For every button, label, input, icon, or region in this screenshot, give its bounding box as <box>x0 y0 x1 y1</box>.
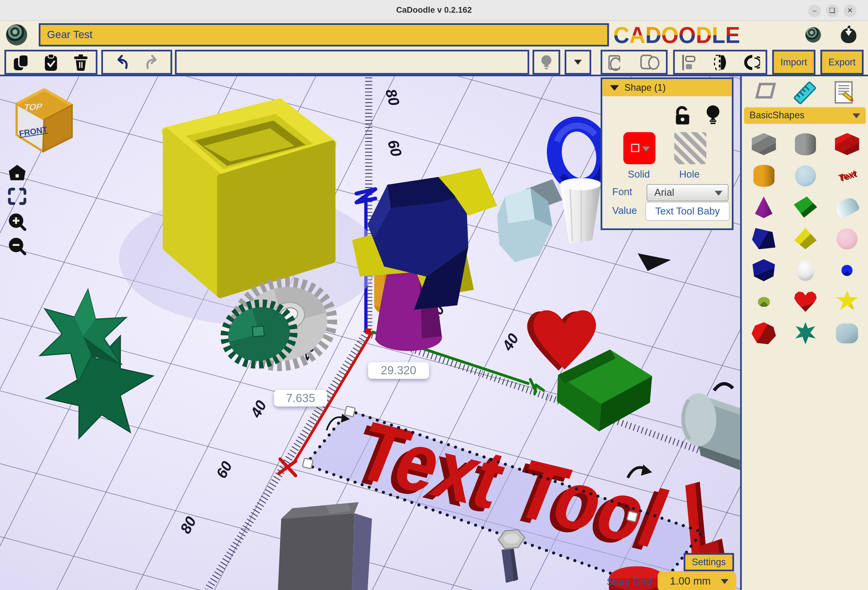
redo-button[interactable] <box>143 52 164 73</box>
fit-view-button[interactable] <box>8 187 27 206</box>
viewport-3d[interactable]: 20 40 60 80 20 40 60 80 <box>0 76 740 590</box>
logo-letter: O <box>679 25 696 46</box>
shape-thumb-polyhedron[interactable] <box>752 322 776 344</box>
arrange-tools <box>673 50 768 75</box>
download-icon[interactable] <box>840 25 857 43</box>
settings-button[interactable]: Settings <box>683 553 734 571</box>
minimize-button[interactable]: – <box>808 4 821 17</box>
shape-thumb-orange-cylinder[interactable] <box>753 165 774 187</box>
window-title: CaDoodle v 0.2.162 <box>0 5 868 14</box>
collapse-icon <box>610 85 619 90</box>
shape-thumb-egg[interactable] <box>797 260 814 281</box>
shape-thumb-box[interactable] <box>752 133 776 155</box>
shape-thumb-heart[interactable] <box>793 291 818 313</box>
shape-thumb-pyramid[interactable] <box>793 228 818 250</box>
shape-thumb-hex-prism[interactable] <box>752 259 776 281</box>
shape-thumb-round-cube[interactable] <box>836 323 858 343</box>
workplane-icon[interactable] <box>754 81 776 103</box>
notes-icon[interactable] <box>833 81 855 104</box>
hole-label: Hole <box>679 169 700 180</box>
shape-thumb-torus[interactable] <box>841 265 853 276</box>
solid-color-swatch[interactable] <box>623 132 655 164</box>
group-button[interactable] <box>608 52 629 73</box>
shape-category-dropdown[interactable]: BasicShapes <box>744 107 866 124</box>
logo-letter: E <box>725 25 740 46</box>
snap-grid-label: Snap Grid <box>607 577 651 588</box>
group-tools <box>601 50 667 75</box>
app-avatar-icon[interactable] <box>6 24 27 45</box>
copy-button[interactable] <box>10 52 31 73</box>
light-group <box>533 50 560 75</box>
restore-button[interactable]: ❏ <box>826 4 838 17</box>
font-dropdown[interactable]: Arial <box>647 184 729 202</box>
shape-grid: Text <box>743 128 868 349</box>
toolbar-spacer-box <box>175 50 529 75</box>
shape-panel-title: Shape (1) <box>624 82 666 93</box>
shape-thumb-sphere[interactable] <box>795 165 816 186</box>
zoom-out-button[interactable] <box>8 237 27 255</box>
globe-icon[interactable] <box>805 27 821 43</box>
zoom-in-button[interactable] <box>8 212 27 231</box>
solid-swatch-square-icon <box>631 144 639 152</box>
solid-label: Solid <box>628 169 650 180</box>
shape-thumb-pink-sphere[interactable] <box>837 228 858 249</box>
snap-grid-value: 1.00 mm <box>670 575 711 587</box>
logo-letter: C <box>613 25 629 46</box>
shape-thumb-text[interactable]: Text <box>835 165 859 187</box>
rotate-copy-button[interactable] <box>740 52 761 73</box>
shape-thumb-jack[interactable] <box>793 322 818 344</box>
chevron-down-icon <box>721 579 729 584</box>
nav-cube-top-label: TOP <box>23 102 43 113</box>
home-view-button[interactable] <box>8 164 27 182</box>
logo-letter: D <box>696 25 712 46</box>
snap-grid-dropdown[interactable]: 1.00 mm <box>657 571 736 590</box>
cadoodle-logo: CADOODLE <box>613 24 740 45</box>
undo-button[interactable] <box>109 52 130 73</box>
logo-letter: A <box>629 25 645 46</box>
logo-letter: O <box>661 25 679 46</box>
mirror-button[interactable] <box>710 52 731 73</box>
view-options-dropdown[interactable] <box>564 50 591 75</box>
logo-letter: L <box>712 25 725 46</box>
text-value-input[interactable] <box>645 202 729 221</box>
ruler-icon[interactable] <box>793 81 817 105</box>
shape-thumb-star[interactable] <box>835 291 859 313</box>
shape-thumb-tube[interactable] <box>758 297 770 307</box>
shape-category-label: BasicShapes <box>750 110 805 121</box>
hole-swatch[interactable] <box>674 132 706 164</box>
delete-button[interactable] <box>70 52 91 73</box>
shape-thumb-red-box[interactable] <box>835 133 859 155</box>
dimension-label-secondary[interactable]: 7.635 <box>274 390 327 407</box>
export-button[interactable]: Export <box>821 50 864 75</box>
origin-marker <box>365 328 371 334</box>
history-group <box>101 50 172 75</box>
object-gray-box[interactable] <box>278 502 372 590</box>
align-button[interactable] <box>679 52 700 73</box>
topbar: CADOODLE <box>0 21 868 49</box>
design-name-input[interactable] <box>39 23 609 47</box>
selection-handle <box>627 511 638 522</box>
dimension-label-primary[interactable]: 29.320 <box>368 362 429 379</box>
lightbulb-icon[interactable] <box>536 52 557 73</box>
shape-thumb-wedge[interactable] <box>752 228 776 250</box>
close-button[interactable]: ✕ <box>844 4 856 17</box>
import-button[interactable]: Import <box>772 50 816 75</box>
shape-thumb-half-cylinder[interactable] <box>834 195 861 219</box>
chevron-down-icon <box>715 191 723 196</box>
unlock-icon[interactable] <box>673 106 692 125</box>
shape-thumb-cylinder[interactable] <box>795 133 816 155</box>
app-window: CaDoodle v 0.2.162 – ❏ ✕ CADOODLE <box>0 0 868 590</box>
shape-panel-header[interactable]: Shape (1) <box>602 79 732 96</box>
view-navigation-cube[interactable]: TOP FRONT <box>10 82 75 153</box>
chevron-down-icon <box>574 60 582 65</box>
shape-properties-panel: Shape (1) Solid Hole Font Arial <box>601 78 734 230</box>
show-hide-icon[interactable] <box>706 104 721 125</box>
ungroup-button[interactable] <box>640 52 661 73</box>
shape-thumb-cone[interactable] <box>752 196 776 218</box>
font-dropdown-value: Arial <box>654 187 674 198</box>
chevron-down-icon <box>853 113 861 118</box>
shape-thumb-ramp[interactable] <box>793 196 818 218</box>
solid-swatch-caret-icon <box>642 146 650 151</box>
selection-handle <box>303 458 313 469</box>
paste-button[interactable] <box>40 52 61 73</box>
